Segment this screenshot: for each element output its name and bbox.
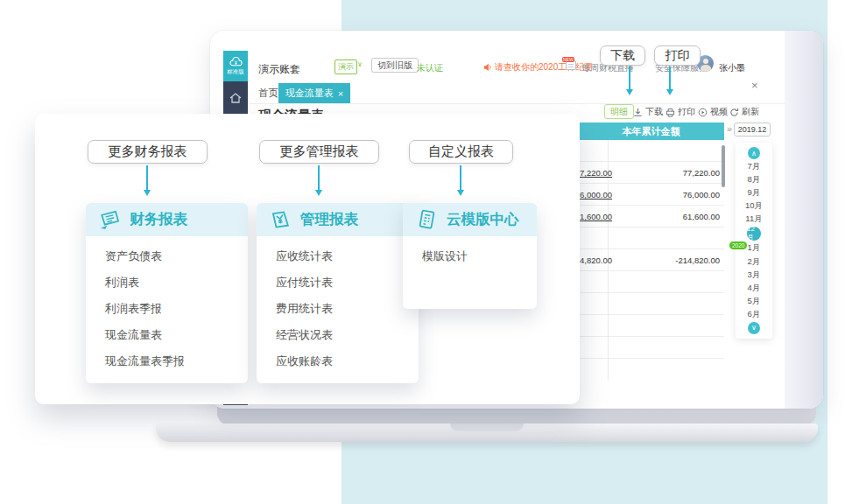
panel-header: 管理报表 bbox=[257, 203, 419, 236]
report-link[interactable]: 利润表季报 bbox=[105, 296, 248, 322]
report-link[interactable]: 应收账龄表 bbox=[276, 348, 419, 374]
month-item[interactable]: 4月 bbox=[748, 283, 761, 294]
speaker-icon bbox=[483, 63, 492, 72]
divider bbox=[248, 103, 785, 104]
chevron-down-icon[interactable]: ∨ bbox=[357, 60, 363, 68]
cell-ytd-negative: -214,820.00 bbox=[610, 249, 720, 271]
print-label: 打印 bbox=[678, 106, 695, 118]
app-logo[interactable]: 标准版 bbox=[223, 51, 248, 81]
month-item[interactable]: 3月 bbox=[748, 270, 761, 281]
report-link[interactable]: 资产负债表 bbox=[105, 243, 248, 270]
video-label: 视频 bbox=[710, 106, 728, 118]
account-name[interactable]: 演示账套 bbox=[258, 62, 300, 77]
report-link[interactable]: 利润表 bbox=[105, 270, 248, 296]
month-item-active[interactable]: 12月 bbox=[747, 227, 761, 241]
screen-side-bezel bbox=[785, 31, 823, 409]
page-close-icon[interactable]: × bbox=[751, 79, 758, 92]
table-row bbox=[580, 359, 724, 381]
cell-current-link[interactable]: 7,220.00 bbox=[580, 162, 607, 184]
month-item[interactable]: 6月 bbox=[748, 309, 761, 320]
report-link[interactable]: 应付统计表 bbox=[276, 270, 419, 296]
switch-old-version-button[interactable]: 切到旧版 bbox=[371, 58, 419, 73]
year-badge: 2020 bbox=[729, 242, 747, 249]
print-button[interactable]: 打印 bbox=[665, 106, 695, 118]
user-name[interactable]: 张小墨 bbox=[719, 62, 745, 74]
cell-ytd: 77,220.00 bbox=[610, 162, 720, 184]
cert-status[interactable]: 未认证 bbox=[417, 62, 443, 74]
home-icon[interactable] bbox=[229, 92, 243, 104]
panel-financial-reports: 财务报表 资产负债表 利润表 利润表季报 现金流量表 现金流量表季报 bbox=[86, 203, 248, 383]
table-row: 4,820.00-214,820.00 bbox=[580, 249, 724, 271]
month-item[interactable]: 5月 bbox=[748, 296, 761, 307]
download-button[interactable]: 下载 bbox=[633, 106, 663, 118]
demo-badge[interactable]: 演示 bbox=[334, 60, 357, 74]
management-report-icon bbox=[268, 207, 292, 232]
cell-ytd: 61,600.00 bbox=[610, 206, 720, 228]
laptop-base bbox=[156, 424, 818, 442]
cell-current-link[interactable]: 1,600.00 bbox=[580, 206, 607, 228]
arrow-print bbox=[669, 66, 671, 93]
month-picker: ∧ 7月 8月 9月 10月 11月 12月 1月 2月 3月 4月 5月 6月… bbox=[736, 143, 772, 339]
announcement-text: 请查收你的2020工作纪要 bbox=[495, 61, 593, 74]
arrow-download bbox=[629, 66, 630, 93]
report-link[interactable]: 现金流量表 bbox=[105, 322, 248, 348]
month-item[interactable]: 9月 bbox=[748, 187, 761, 199]
download-label: 下载 bbox=[645, 106, 663, 118]
panel-title: 云模版中心 bbox=[447, 210, 519, 229]
table-row: 7,220.0077,220.00 bbox=[580, 162, 724, 184]
table-row bbox=[580, 228, 724, 249]
report-table: 7,220.0077,220.00 6,000.0076,000.00 1,60… bbox=[580, 140, 724, 381]
financial-report-icon bbox=[97, 207, 122, 232]
detail-button[interactable]: 明细 bbox=[604, 104, 634, 119]
laptop-notch bbox=[450, 424, 524, 431]
table-row bbox=[580, 293, 724, 315]
panel-items: 应收统计表 应付统计表 费用统计表 经营状况表 应收账龄表 bbox=[257, 236, 419, 374]
panel-management-reports: 管理报表 应收统计表 应付统计表 费用统计表 经营状况表 应收账龄表 bbox=[257, 203, 419, 383]
period-selector[interactable]: 2019.12 bbox=[734, 122, 771, 136]
calendar-icon[interactable]: NEW bbox=[566, 60, 576, 70]
panel-header: 云模版中心 bbox=[403, 203, 537, 236]
month-item[interactable]: 11月 bbox=[745, 214, 762, 225]
edition-label: 标准版 bbox=[227, 68, 244, 76]
cloud-yuan-icon bbox=[229, 57, 243, 67]
cell-ytd: 76,000.00 bbox=[610, 184, 720, 206]
report-link[interactable]: 模版设计 bbox=[422, 243, 537, 270]
month-item[interactable]: 2月 bbox=[748, 256, 761, 268]
scroll-down-icon[interactable]: ∨ bbox=[748, 322, 760, 334]
column-header-ytd: 本年累计金额 bbox=[578, 122, 724, 140]
cell-current: 4,820.00 bbox=[580, 249, 607, 271]
panel-items: 资产负债表 利润表 利润表季报 现金流量表 现金流量表季报 bbox=[86, 236, 248, 374]
callout-more-management: 更多管理报表 bbox=[259, 140, 379, 164]
panel-title: 财务报表 bbox=[130, 210, 187, 229]
cell-current-link[interactable]: 6,000.00 bbox=[580, 184, 607, 206]
video-button[interactable]: 视频 bbox=[698, 106, 728, 118]
scrollbar-thumb[interactable] bbox=[722, 145, 725, 187]
panel-header: 财务报表 bbox=[86, 203, 248, 236]
month-item[interactable]: 10月 bbox=[745, 200, 763, 212]
table-row bbox=[580, 140, 724, 162]
table-row: 1,600.0061,600.00 bbox=[580, 206, 724, 228]
report-link[interactable]: 现金流量表季报 bbox=[105, 348, 248, 374]
arrow-financial bbox=[146, 165, 148, 193]
video-icon bbox=[698, 108, 708, 117]
month-item[interactable]: 8月 bbox=[748, 174, 761, 186]
callout-download: 下载 bbox=[600, 46, 645, 66]
month-item[interactable]: 1月 bbox=[748, 242, 761, 254]
announcement-link[interactable]: 请查收你的2020工作纪要 bbox=[483, 61, 593, 74]
tab-close-icon[interactable]: × bbox=[338, 88, 343, 99]
callout-print: 打印 bbox=[654, 46, 701, 66]
tab-label: 现金流量表 bbox=[285, 87, 334, 100]
table-row: 6,000.0076,000.00 bbox=[580, 184, 724, 206]
scroll-up-icon[interactable]: ∧ bbox=[748, 147, 760, 159]
report-link[interactable]: 应收统计表 bbox=[276, 243, 419, 270]
report-link[interactable]: 经营状况表 bbox=[276, 322, 419, 348]
expand-chevron-icon[interactable]: » bbox=[727, 123, 732, 134]
panel-items: 模版设计 bbox=[403, 236, 537, 270]
tab-cash-flow[interactable]: 现金流量表 × bbox=[278, 83, 350, 103]
tab-home[interactable]: 首页 bbox=[258, 87, 278, 100]
table-row bbox=[580, 337, 724, 359]
callout-custom-report: 自定义报表 bbox=[409, 140, 513, 164]
month-item[interactable]: 7月 bbox=[748, 161, 761, 172]
refresh-button[interactable]: 刷新 bbox=[729, 106, 759, 118]
report-link[interactable]: 费用统计表 bbox=[276, 296, 419, 322]
